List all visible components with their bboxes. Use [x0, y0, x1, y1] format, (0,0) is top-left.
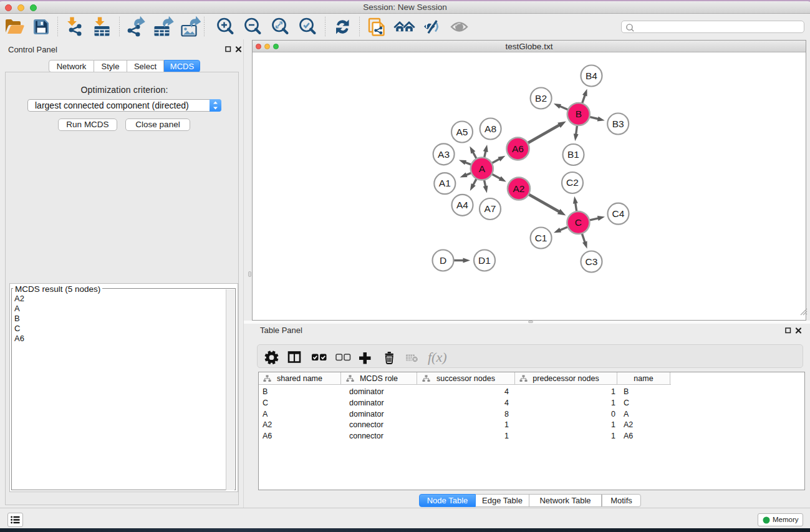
svg-text:A1: A1 — [439, 178, 451, 188]
svg-text:C4: C4 — [612, 208, 625, 219]
svg-text:A5: A5 — [456, 127, 468, 137]
svg-text:A2: A2 — [513, 183, 525, 194]
svg-text:A8: A8 — [485, 123, 496, 134]
svg-text:B2: B2 — [535, 93, 547, 104]
svg-text:A: A — [479, 163, 486, 174]
svg-text:D: D — [440, 255, 446, 266]
svg-text:A3: A3 — [438, 149, 450, 160]
svg-text:D1: D1 — [478, 255, 491, 266]
svg-text:C: C — [575, 217, 582, 228]
svg-text:B4: B4 — [586, 70, 597, 81]
svg-text:A7: A7 — [485, 203, 496, 214]
svg-text:B: B — [576, 109, 582, 119]
svg-text:C2: C2 — [566, 177, 579, 188]
svg-text:B3: B3 — [612, 118, 624, 129]
svg-text:B1: B1 — [567, 149, 579, 160]
svg-text:f(x): f(x) — [428, 349, 447, 365]
svg-text:C1: C1 — [535, 233, 547, 243]
svg-text:A6: A6 — [512, 143, 524, 154]
svg-text:C3: C3 — [586, 256, 598, 267]
svg-text:A4: A4 — [456, 200, 468, 210]
